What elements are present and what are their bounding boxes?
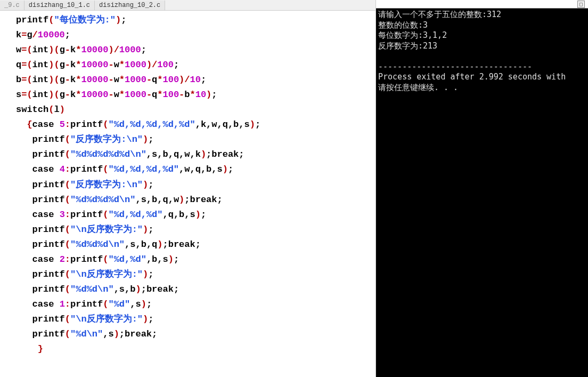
code-token: , <box>103 329 108 339</box>
code-editor[interactable]: printf("每位数字为:"); k=g/10000; w=(int)(g-k… <box>0 11 375 377</box>
code-token: 1000 <box>119 45 141 55</box>
code-token: int <box>32 60 49 70</box>
code-token: { <box>27 119 32 130</box>
code-token: , <box>190 164 195 174</box>
code-token: b <box>184 90 190 100</box>
code-token: - <box>65 90 70 100</box>
code-token: b <box>233 119 239 130</box>
code-token: ) <box>116 15 121 25</box>
code-token: b <box>206 164 211 174</box>
code-token: ; <box>174 60 179 70</box>
code-token: ) <box>223 164 228 174</box>
code-token: int <box>32 90 49 100</box>
code-token: "反序数字为:\n" <box>70 134 143 145</box>
code-token: 1000 <box>125 60 146 70</box>
code-token: printf <box>32 239 65 250</box>
code-token: * <box>157 75 162 85</box>
code-token: , <box>157 195 162 205</box>
code-token: ( <box>103 119 108 130</box>
code-token: ; <box>206 149 211 159</box>
code-token: , <box>130 299 135 309</box>
code-token: case <box>32 210 54 220</box>
code-token: - <box>108 90 113 100</box>
code-token: "\n反序数字为:" <box>70 269 143 279</box>
code-token: ; <box>148 134 153 145</box>
code-token: case <box>32 164 54 174</box>
code-token: printf <box>32 180 65 190</box>
tab-file-0[interactable]: _9.c <box>0 1 24 10</box>
code-token: s <box>162 254 168 264</box>
code-token: printf <box>32 329 65 339</box>
code-token: k <box>70 45 76 55</box>
code-token: ; <box>201 210 206 220</box>
code-token: , <box>239 119 244 130</box>
code-token: / <box>32 30 38 40</box>
code-token: ) <box>250 119 255 130</box>
code-token: * <box>190 90 195 100</box>
console-output[interactable]: 请输入一个不多于五位的整数:312 整数的位数:3 每位数字为:3,1,2 反序… <box>376 9 588 94</box>
code-token: ) <box>141 299 146 309</box>
code-token: ) <box>143 269 148 279</box>
maximize-icon[interactable]: □ <box>577 1 585 8</box>
console-pane: □ 请输入一个不多于五位的整数:312 整数的位数:3 每位数字为:3,1,2 … <box>376 0 588 377</box>
code-token: ; <box>152 329 157 339</box>
code-token: w <box>114 60 119 70</box>
code-token: 4 <box>60 164 65 174</box>
code-token: switch <box>16 105 48 115</box>
code-token: ( <box>65 149 70 159</box>
tab-file-1[interactable]: disizhang_10_1.c <box>24 1 95 10</box>
code-token: * <box>76 60 81 70</box>
code-token: ; <box>146 299 152 309</box>
code-token: break <box>168 239 195 250</box>
code-token: ( <box>27 45 32 55</box>
code-token: ( <box>103 299 108 309</box>
code-token: printf <box>70 254 103 264</box>
tab-file-2[interactable]: disizhang_10_2.c <box>95 1 165 10</box>
code-token: 10000 <box>38 30 65 40</box>
code-token: ; <box>162 239 168 250</box>
code-token: s <box>135 299 141 309</box>
code-token: ) <box>146 60 152 70</box>
code-token: b <box>152 254 157 264</box>
code-token: ( <box>65 180 70 190</box>
code-token: / <box>184 75 190 85</box>
code-token: 100 <box>162 90 179 100</box>
code-token: , <box>190 149 195 159</box>
code-token: - <box>65 60 70 70</box>
code-token: int <box>32 45 49 55</box>
code-token: = <box>21 30 27 40</box>
code-token: , <box>206 119 211 130</box>
console-line: 整数的位数:3 <box>378 20 428 30</box>
code-token: printf <box>32 314 65 324</box>
code-token: ; <box>255 119 260 130</box>
code-token: break <box>146 284 174 294</box>
code-token: 10 <box>190 75 201 85</box>
code-token: ) <box>60 105 65 115</box>
console-line: 每位数字为:3,1,2 <box>378 30 447 40</box>
code-token: k <box>70 90 76 100</box>
code-token: ; <box>121 15 126 25</box>
code-token: , <box>162 210 168 220</box>
code-token: ( <box>65 284 70 294</box>
code-token: g <box>60 90 65 100</box>
code-token: "\n反序数字为:" <box>70 314 143 324</box>
code-token: 10000 <box>81 45 108 55</box>
code-token: ; <box>141 45 146 55</box>
code-token: ) <box>108 45 113 55</box>
code-token: b <box>141 239 146 250</box>
code-token: } <box>38 344 43 354</box>
code-token: , <box>217 119 223 130</box>
code-token: "%d%d\n" <box>70 284 114 294</box>
code-token: "%d" <box>108 299 130 309</box>
code-token: printf <box>32 224 65 235</box>
code-token: )( <box>48 60 59 70</box>
console-titlebar: □ <box>376 0 588 9</box>
code-token: g <box>60 75 65 85</box>
code-token: s <box>152 149 157 159</box>
code-token: , <box>201 164 206 174</box>
editor-pane: _9.c disizhang_10_1.c disizhang_10_2.c p… <box>0 0 376 377</box>
code-token: , <box>179 149 184 159</box>
code-token: , <box>135 239 141 250</box>
code-token: ( <box>65 134 70 145</box>
code-token: case <box>32 299 54 309</box>
